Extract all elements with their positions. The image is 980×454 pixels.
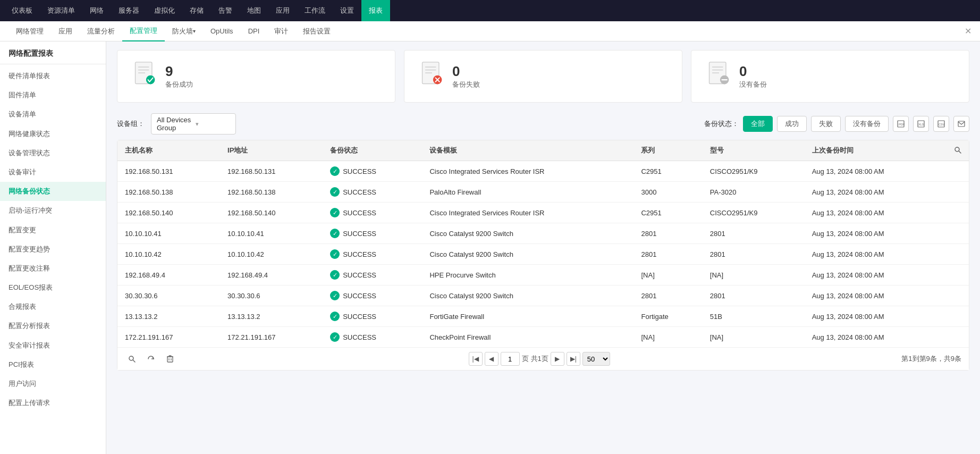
filter-btn-all[interactable]: 全部 — [743, 116, 773, 132]
search-bottom-icon[interactable] — [125, 352, 139, 366]
sidebar-item-配置变更[interactable]: 配置变更 — [0, 221, 106, 240]
sidebar-item-设备审计[interactable]: 设备审计 — [0, 163, 106, 182]
table-row: 13.13.13.213.13.13.2✓SUCCESSFortiGate Fi… — [117, 306, 969, 327]
main-content: 9 备份成功 0 备份失败 — [106, 41, 980, 454]
sidebar-item-网络健康状态[interactable]: 网络健康状态 — [0, 124, 106, 144]
sidebar-item-硬件清单报表[interactable]: 硬件清单报表 — [0, 66, 106, 86]
second-nav-item-audit[interactable]: 审计 — [267, 21, 295, 41]
no-backup-icon — [707, 61, 731, 91]
col-series: 系列 — [633, 140, 702, 161]
sidebar-item-设备清单[interactable]: 设备清单 — [0, 105, 106, 124]
sidebar-item-配置分析报表[interactable]: 配置分析报表 — [0, 316, 106, 335]
success-check-icon: ✓ — [330, 249, 340, 259]
top-nav-item-dashboard[interactable]: 仪表板 — [4, 0, 40, 21]
col-model: 型号 — [703, 140, 805, 161]
second-nav-item-dpi[interactable]: DPI — [241, 21, 267, 41]
sidebar-items: 硬件清单报表固件清单设备清单网络健康状态设备管理状态设备审计网络备份状态启动-运… — [0, 66, 106, 413]
filter-btn-nobackup[interactable]: 没有备份 — [845, 116, 889, 132]
page-size-select[interactable]: 50 100 200 — [582, 352, 610, 366]
second-nav-item-report-settings[interactable]: 报告设置 — [295, 21, 338, 41]
next-page-btn[interactable]: ▶ — [551, 352, 564, 366]
first-page-btn[interactable]: |◀ — [469, 352, 483, 366]
top-nav-item-server[interactable]: 服务器 — [111, 0, 147, 21]
top-nav-item-settings[interactable]: 设置 — [333, 0, 361, 21]
top-nav-item-network[interactable]: 网络 — [82, 0, 111, 21]
main-layout: 网络配置报表 硬件清单报表固件清单设备清单网络健康状态设备管理状态设备审计网络备… — [0, 41, 980, 454]
filter-btn-success[interactable]: 成功 — [777, 116, 807, 132]
summary-card-nobackup: 0 没有备份 — [691, 50, 969, 103]
svg-line-25 — [133, 360, 136, 363]
top-nav-item-workflow[interactable]: 工作流 — [297, 0, 333, 21]
table-row: 10.10.10.4210.10.10.42✓SUCCESSCisco Cata… — [117, 244, 969, 265]
second-nav-item-app[interactable]: 应用 — [51, 21, 80, 41]
top-nav-item-resources[interactable]: 资源清单 — [40, 0, 82, 21]
backup-failure-number: 0 — [452, 63, 480, 80]
success-check-icon: ✓ — [330, 229, 340, 238]
col-ip: IP地址 — [220, 140, 323, 161]
sidebar-item-PCI报表[interactable]: PCI报表 — [0, 355, 106, 374]
status-text: SUCCESS — [343, 167, 376, 175]
device-group-select[interactable]: All Devices Group ▾ — [151, 113, 236, 134]
status-filter: 备份状态： 全部 成功 失败 没有备份 PDF XLS CSV — [704, 116, 969, 132]
col-search[interactable] — [947, 140, 969, 161]
sidebar-item-设备管理状态[interactable]: 设备管理状态 — [0, 144, 106, 163]
export-csv-icon[interactable]: CSV — [933, 116, 949, 132]
success-check-icon: ✓ — [330, 312, 340, 321]
status-text: SUCCESS — [343, 188, 376, 196]
dropdown-arrow-icon: ▾ — [196, 121, 230, 128]
sidebar-item-配置更改注释[interactable]: 配置更改注释 — [0, 259, 106, 278]
toolbar: 设备组： All Devices Group ▾ 备份状态： 全部 成功 失败 … — [117, 113, 969, 134]
top-nav-item-virtual[interactable]: 虚拟化 — [147, 0, 182, 21]
top-nav-item-reports[interactable]: 报表 — [361, 0, 390, 21]
table-row: 30.30.30.630.30.30.6✓SUCCESSCisco Cataly… — [117, 285, 969, 306]
sidebar-title: 网络配置报表 — [0, 41, 106, 64]
refresh-bottom-icon[interactable] — [144, 352, 158, 366]
second-nav-item-oputils[interactable]: OpUtils — [203, 21, 241, 41]
table-row: 172.21.191.167172.21.191.167✓SUCCESSChec… — [117, 327, 969, 348]
svg-text:XLS: XLS — [918, 123, 924, 126]
status-text: SUCCESS — [343, 333, 376, 341]
close-icon[interactable]: ✕ — [965, 26, 971, 36]
second-nav-item-config-mgmt[interactable]: 配置管理 — [122, 21, 165, 41]
filter-btn-failure[interactable]: 失败 — [811, 116, 841, 132]
sidebar-item-EOL-EOS报表[interactable]: EOL/EOS报表 — [0, 278, 106, 297]
total-pages-label: 共1页 — [531, 354, 548, 364]
export-pdf-icon[interactable]: PDF — [893, 116, 909, 132]
status-filter-label: 备份状态： — [704, 119, 739, 129]
last-page-btn[interactable]: ▶| — [567, 352, 580, 366]
second-nav-item-traffic[interactable]: 流量分析 — [80, 21, 122, 41]
sidebar-item-配置变更趋势[interactable]: 配置变更趋势 — [0, 240, 106, 259]
success-check-icon: ✓ — [330, 208, 340, 217]
sidebar-item-安全审计报表[interactable]: 安全审计报表 — [0, 336, 106, 355]
top-nav: 仪表板 资源清单 网络 服务器 虚拟化 存储 告警 地图 应用 工作流 设置 报… — [0, 0, 980, 21]
col-status: 备份状态 — [323, 140, 422, 161]
page-number-input[interactable] — [501, 352, 520, 366]
second-nav-item-network-mgmt[interactable]: 网络管理 — [9, 21, 51, 41]
email-icon[interactable] — [953, 116, 969, 132]
col-template: 设备模板 — [422, 140, 633, 161]
table-row: 192.168.50.138192.168.50.138✓SUCCESSPalo… — [117, 182, 969, 203]
sidebar-divider — [0, 64, 106, 64]
table-container: 主机名称 IP地址 备份状态 设备模板 系列 型号 上次备份时间 192.168… — [117, 140, 969, 371]
no-backup-number: 0 — [739, 63, 767, 80]
status-text: SUCCESS — [343, 230, 376, 238]
top-nav-item-alert[interactable]: 告警 — [211, 0, 240, 21]
sidebar-item-用户访问[interactable]: 用户访问 — [0, 374, 106, 393]
prev-page-btn[interactable]: ◀ — [485, 352, 499, 366]
top-nav-item-map[interactable]: 地图 — [240, 0, 268, 21]
sidebar-item-固件清单[interactable]: 固件清单 — [0, 86, 106, 105]
export-xls-icon[interactable]: XLS — [913, 116, 929, 132]
sidebar-item-启动-运行冲突[interactable]: 启动-运行冲突 — [0, 201, 106, 220]
delete-bottom-icon[interactable] — [163, 352, 177, 366]
second-nav-item-firewall[interactable]: 防火墙 — [165, 21, 203, 41]
sidebar-item-网络备份状态[interactable]: 网络备份状态 — [0, 182, 106, 201]
sidebar-item-合规报表[interactable]: 合规报表 — [0, 297, 106, 316]
page-label: 页 — [522, 354, 529, 364]
second-nav: 网络管理 应用 流量分析 配置管理 防火墙 OpUtils DPI 审计 报告设… — [0, 21, 980, 41]
device-group-label: 设备组： — [117, 119, 145, 129]
sidebar-item-配置上传请求[interactable]: 配置上传请求 — [0, 393, 106, 413]
top-nav-item-storage[interactable]: 存储 — [182, 0, 211, 21]
backup-table: 主机名称 IP地址 备份状态 设备模板 系列 型号 上次备份时间 192.168… — [117, 140, 969, 347]
top-nav-item-app[interactable]: 应用 — [268, 0, 297, 21]
sidebar: 网络配置报表 硬件清单报表固件清单设备清单网络健康状态设备管理状态设备审计网络备… — [0, 41, 106, 454]
